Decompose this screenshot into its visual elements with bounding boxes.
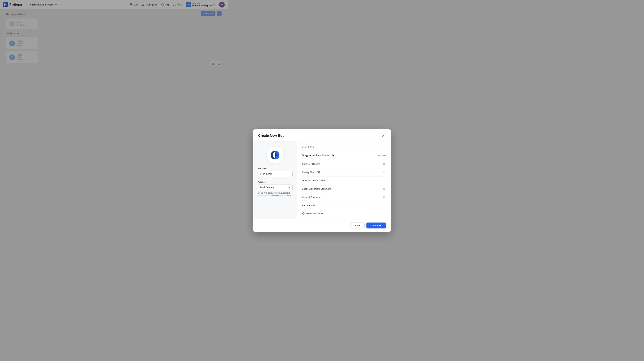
modal-overlay: Create New Bot bbox=[0, 0, 228, 128]
